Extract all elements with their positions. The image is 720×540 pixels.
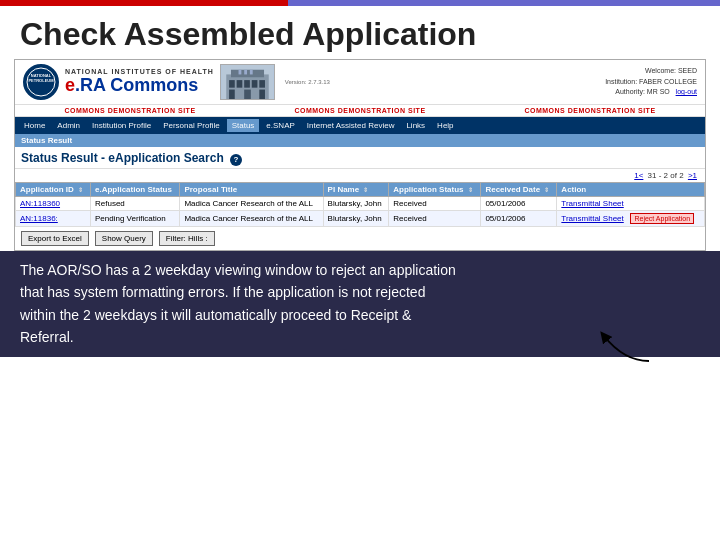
pagination-prev[interactable]: 1< xyxy=(634,171,643,180)
cell-proposal-title-1: Madica Cancer Research of the ALL xyxy=(180,197,323,211)
browser-mockup: NATIONAL PETROLEUM NATIONAL INSTITUTES O… xyxy=(14,59,706,251)
logout-link[interactable]: log-out xyxy=(676,88,697,95)
col-e-app-status: e.Application Status xyxy=(90,183,179,197)
col-app-id: Application ID ⇕ xyxy=(16,183,91,197)
nih-header: NATIONAL PETROLEUM NATIONAL INSTITUTES O… xyxy=(15,60,705,105)
nav-links[interactable]: Links xyxy=(401,119,430,132)
svg-rect-7 xyxy=(238,70,241,75)
col-proposal-title: Proposal Title xyxy=(180,183,323,197)
table-row: AN:11836: Pending Verification Madica Ca… xyxy=(16,211,705,227)
svg-rect-13 xyxy=(252,80,258,88)
svg-rect-16 xyxy=(244,90,251,99)
era-commons-logo: e.RA Commons xyxy=(65,75,214,96)
nih-text-block: NATIONAL INSTITUTES OF HEALTH e.RA Commo… xyxy=(65,68,214,96)
bottom-line3: within the 2 weekdays it will automatica… xyxy=(20,304,700,326)
filter-button[interactable]: Filter: Hills : xyxy=(159,231,215,246)
cell-proposal-title-2: Madica Cancer Research of the ALL xyxy=(180,211,323,227)
svg-rect-10 xyxy=(229,80,235,88)
cell-pi-name-2: Blutarsky, John xyxy=(323,211,389,227)
svg-rect-14 xyxy=(259,80,265,88)
slide: Check Assembled Application NATIONAL PET… xyxy=(0,0,720,540)
cell-e-app-status-2: Pending Verification xyxy=(90,211,179,227)
cell-received-date-2: 05/01/2006 xyxy=(481,211,557,227)
svg-text:PETROLEUM: PETROLEUM xyxy=(28,78,54,83)
col-action: Action xyxy=(557,183,705,197)
cell-app-status-1: Received xyxy=(389,197,481,211)
table-row: AN:118360 Refused Madica Cancer Research… xyxy=(16,197,705,211)
demo-text-2: COMMONS DEMONSTRATION SITE xyxy=(294,107,425,114)
pagination-text: 31 - 2 of 2 xyxy=(648,171,684,180)
sort-pi-name[interactable]: ⇕ xyxy=(363,187,368,193)
sort-app-id[interactable]: ⇕ xyxy=(78,187,83,193)
nav-personal-profile[interactable]: Personal Profile xyxy=(158,119,224,132)
nih-org-name: NATIONAL INSTITUTES OF HEALTH xyxy=(65,68,214,75)
title-area: Check Assembled Application xyxy=(0,6,720,59)
bottom-line2: that has system formatting errors. If th… xyxy=(20,281,700,303)
transmittal-link-2[interactable]: Transmittal Sheet xyxy=(561,214,623,223)
nav-help[interactable]: Help xyxy=(432,119,458,132)
nav-home[interactable]: Home xyxy=(19,119,50,132)
welcome-text: Welcome: SEED xyxy=(605,66,697,77)
nav-admin[interactable]: Admin xyxy=(52,119,85,132)
col-pi-name: PI Name ⇕ xyxy=(323,183,389,197)
cell-received-date-1: 05/01/2006 xyxy=(481,197,557,211)
bottom-line1: The AOR/SO has a 2 weekday viewing windo… xyxy=(20,259,700,281)
nih-logo: NATIONAL PETROLEUM xyxy=(23,64,59,100)
svg-rect-11 xyxy=(236,80,242,88)
svg-rect-9 xyxy=(250,70,253,75)
cell-action-1: Transmittal Sheet xyxy=(557,197,705,211)
nav-bar: Home Admin Institution Profile Personal … xyxy=(15,117,705,134)
app-id-link-2[interactable]: AN:11836: xyxy=(20,214,58,223)
status-result-header: Status Result - eApplication Search ? xyxy=(15,147,705,169)
cell-app-id-2: AN:11836: xyxy=(16,211,91,227)
svg-rect-17 xyxy=(259,90,265,99)
svg-rect-8 xyxy=(244,70,247,75)
application-table: Application ID ⇕ e.Application Status Pr… xyxy=(15,182,705,227)
nav-status[interactable]: Status xyxy=(227,119,260,132)
version-text: Version: 2.7.3.13 xyxy=(285,79,330,85)
transmittal-link-1[interactable]: Transmittal Sheet xyxy=(561,199,623,208)
nav-internet-review[interactable]: Internet Assisted Review xyxy=(302,119,400,132)
nih-right-info: Welcome: SEED Institution: FABER COLLEGE… xyxy=(605,66,697,98)
nav-institution-profile[interactable]: Institution Profile xyxy=(87,119,156,132)
help-icon[interactable]: ? xyxy=(230,154,242,166)
nih-left: NATIONAL PETROLEUM NATIONAL INSTITUTES O… xyxy=(23,64,330,100)
svg-rect-15 xyxy=(229,90,235,99)
app-id-link-1[interactable]: AN:118360 xyxy=(20,199,60,208)
page-number: 74 xyxy=(682,512,700,530)
institution-text: Institution: FABER COLLEGE xyxy=(605,77,697,88)
sort-app-status[interactable]: ⇕ xyxy=(468,187,473,193)
reject-application-button[interactable]: Reject Application xyxy=(630,213,694,224)
svg-rect-6 xyxy=(231,70,264,78)
cell-e-app-status-1: Refused xyxy=(90,197,179,211)
building-image xyxy=(220,64,275,100)
cell-app-status-2: Received xyxy=(389,211,481,227)
pagination-next[interactable]: >1 xyxy=(688,171,697,180)
sort-received-date[interactable]: ⇕ xyxy=(544,187,549,193)
cell-app-id-1: AN:118360 xyxy=(16,197,91,211)
pagination-row: 1< 31 - 2 of 2 >1 xyxy=(15,169,705,182)
status-result-heading: Status Result - eApplication Search ? xyxy=(21,151,699,166)
cell-action-2: Transmittal Sheet Reject Application xyxy=(557,211,705,227)
arrow-icon xyxy=(594,326,654,366)
slide-title: Check Assembled Application xyxy=(20,16,700,53)
table-actions: Export to Excel Show Query Filter: Hills… xyxy=(15,227,705,250)
col-app-status: Application Status ⇕ xyxy=(389,183,481,197)
breadcrumb: Status Result xyxy=(15,134,705,147)
export-excel-button[interactable]: Export to Excel xyxy=(21,231,89,246)
nav-esnap[interactable]: e.SNAP xyxy=(261,119,299,132)
col-received-date: Received Date ⇕ xyxy=(481,183,557,197)
cell-pi-name-1: Blutarsky, John xyxy=(323,197,389,211)
demo-text-1: COMMONS DEMONSTRATION SITE xyxy=(64,107,195,114)
show-query-button[interactable]: Show Query xyxy=(95,231,153,246)
demo-banner: COMMONS DEMONSTRATION SITE COMMONS DEMON… xyxy=(15,105,705,117)
svg-rect-12 xyxy=(244,80,250,88)
demo-text-3: COMMONS DEMONSTRATION SITE xyxy=(524,107,655,114)
authority-text: Authority: MR SO log-out xyxy=(605,87,697,98)
